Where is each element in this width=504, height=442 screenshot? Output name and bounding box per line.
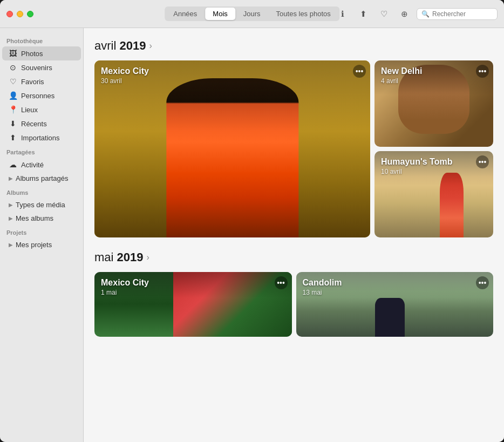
tab-toutes[interactable]: Toutes les photos bbox=[269, 8, 338, 20]
photo-humayun-tomb[interactable]: Humayun's Tomb 10 avril ••• bbox=[374, 151, 493, 237]
share-button[interactable]: ⬆ bbox=[355, 6, 371, 22]
sidebar-item-favoris-label: Favoris bbox=[21, 78, 44, 86]
photo-grid-avril: Mexico City 30 avril ••• New Delhi bbox=[94, 60, 493, 237]
search-bar[interactable]: 🔍 bbox=[417, 8, 498, 20]
photo-label-mexico-april: Mexico City 30 avril bbox=[101, 66, 149, 85]
sidebar-item-recents-label: Récents bbox=[21, 120, 47, 128]
sidebar-item-mes-projets-label: Mes projets bbox=[16, 241, 52, 249]
titlebar: Années Mois Jours Toutes les photos ℹ ⬆ … bbox=[0, 0, 504, 28]
photo-more-button-mexico-may[interactable]: ••• bbox=[275, 276, 288, 289]
photo-label-new-delhi: New Delhi 4 avril bbox=[381, 66, 422, 85]
app-window: Années Mois Jours Toutes les photos ℹ ⬆ … bbox=[0, 0, 504, 442]
sidebar-item-mes-projets[interactable]: ▶ Mes projets bbox=[2, 238, 81, 251]
toolbar-right: ℹ ⬆ ♡ ⊕ 🔍 bbox=[335, 6, 498, 22]
sidebar-item-lieux[interactable]: 📍 Lieux bbox=[2, 103, 81, 117]
tab-annees[interactable]: Années bbox=[166, 8, 205, 20]
traffic-lights bbox=[6, 11, 33, 17]
sidebar-item-albums-partages[interactable]: ▶ Albums partagés bbox=[2, 172, 81, 185]
photo-title-new-delhi: New Delhi bbox=[381, 66, 422, 76]
sidebar-item-lieux-label: Lieux bbox=[21, 106, 38, 114]
photo-new-delhi[interactable]: New Delhi 4 avril ••• bbox=[374, 60, 493, 147]
photo-date-mexico-may: 1 mai bbox=[101, 289, 149, 296]
types-media-arrow-icon: ▶ bbox=[9, 202, 13, 208]
photo-overlay bbox=[94, 60, 370, 237]
photo-title-humayun: Humayun's Tomb bbox=[381, 157, 452, 167]
sidebar-item-albums-partages-label: Albums partagés bbox=[16, 174, 69, 182]
section-albums-label: Albums bbox=[0, 185, 83, 198]
month-arrow-avril[interactable]: › bbox=[149, 41, 152, 51]
sidebar-item-photos-label: Photos bbox=[21, 50, 43, 58]
activite-icon: ☁ bbox=[9, 160, 17, 169]
photo-candolim[interactable]: Candolim 13 mai ••• bbox=[296, 272, 494, 337]
month-header-mai: mai 2019 › bbox=[94, 250, 493, 264]
month-title-avril: avril 2019 bbox=[94, 39, 146, 53]
photo-title-mexico-may: Mexico City bbox=[101, 277, 149, 288]
month-header-avril: avril 2019 › bbox=[94, 39, 493, 53]
sidebar: Photothèque 🖼 Photos ⊙ Souvenirs ♡ Favor… bbox=[0, 28, 84, 442]
mes-albums-arrow-icon: ▶ bbox=[9, 215, 13, 221]
sidebar-item-activite[interactable]: ☁ Activité bbox=[2, 158, 81, 172]
souvenirs-icon: ⊙ bbox=[9, 63, 17, 72]
month-year-avril: 2019 bbox=[119, 39, 146, 52]
favoris-icon: ♡ bbox=[9, 77, 17, 86]
photo-mexico-city-april[interactable]: Mexico City 30 avril ••• bbox=[94, 60, 370, 237]
photo-more-button-humayun[interactable]: ••• bbox=[476, 155, 489, 168]
photo-grid-mai: Mexico City 1 mai ••• Candolim 1 bbox=[94, 272, 493, 337]
sidebar-item-personnes[interactable]: 👤 Personnes bbox=[2, 89, 81, 103]
photo-date-candolim: 13 mai bbox=[303, 289, 342, 296]
photo-title-candolim: Candolim bbox=[303, 277, 342, 288]
photo-date-new-delhi: 4 avril bbox=[381, 77, 422, 85]
photo-date-humayun: 10 avril bbox=[381, 168, 452, 175]
sidebar-item-souvenirs[interactable]: ⊙ Souvenirs bbox=[2, 60, 81, 74]
sidebar-item-mes-albums[interactable]: ▶ Mes albums bbox=[2, 212, 81, 225]
month-arrow-mai[interactable]: › bbox=[147, 253, 149, 262]
content-area: avril 2019 › Mexico City bbox=[84, 28, 504, 442]
sidebar-item-types-media[interactable]: ▶ Types de média bbox=[2, 198, 81, 212]
photo-mexico-city-may[interactable]: Mexico City 1 mai ••• bbox=[94, 272, 292, 337]
month-name-avril: avril bbox=[94, 39, 116, 52]
photo-date-mexico-april: 30 avril bbox=[101, 77, 149, 85]
personnes-icon: 👤 bbox=[9, 91, 17, 100]
photo-label-candolim: Candolim 13 mai bbox=[303, 277, 342, 296]
photo-label-humayun: Humayun's Tomb 10 avril bbox=[381, 157, 452, 175]
month-avril-2019: avril 2019 › Mexico City bbox=[94, 39, 493, 237]
photo-label-mexico-may: Mexico City 1 mai bbox=[101, 277, 149, 296]
search-input[interactable] bbox=[432, 10, 497, 18]
maximize-button[interactable] bbox=[27, 11, 33, 17]
month-year-mai: 2019 bbox=[117, 250, 144, 264]
photo-more-button-new-delhi[interactable]: ••• bbox=[476, 65, 489, 78]
sidebar-item-types-media-label: Types de média bbox=[16, 201, 65, 209]
photo-more-button-mexico-april[interactable]: ••• bbox=[353, 65, 366, 78]
tab-jours[interactable]: Jours bbox=[236, 8, 268, 20]
sidebar-item-importations[interactable]: ⬆ Importations bbox=[2, 131, 81, 145]
month-mai-2019: mai 2019 › Mexico City 1 mai bbox=[94, 250, 493, 337]
section-projets-label: Projets bbox=[0, 225, 83, 238]
sidebar-item-mes-albums-label: Mes albums bbox=[16, 214, 53, 222]
albums-partages-arrow-icon: ▶ bbox=[9, 175, 13, 181]
minimize-button[interactable] bbox=[17, 11, 23, 17]
importations-icon: ⬆ bbox=[9, 133, 17, 142]
sidebar-item-activite-label: Activité bbox=[21, 161, 44, 169]
section-partagees-label: Partagées bbox=[0, 145, 83, 158]
photo-title-mexico-april: Mexico City bbox=[101, 66, 149, 76]
heart-button[interactable]: ♡ bbox=[376, 6, 392, 22]
sidebar-item-personnes-label: Personnes bbox=[21, 92, 55, 100]
lock-button[interactable]: ⊕ bbox=[396, 6, 412, 22]
view-tab-group: Années Mois Jours Toutes les photos bbox=[165, 6, 339, 21]
sidebar-item-favoris[interactable]: ♡ Favoris bbox=[2, 74, 81, 89]
photo-more-button-candolim[interactable]: ••• bbox=[476, 276, 489, 289]
sidebar-item-souvenirs-label: Souvenirs bbox=[21, 64, 52, 72]
main-layout: Photothèque 🖼 Photos ⊙ Souvenirs ♡ Favor… bbox=[0, 28, 504, 442]
search-icon: 🔍 bbox=[421, 10, 430, 18]
sidebar-item-importations-label: Importations bbox=[21, 134, 60, 142]
toolbar-center: Années Mois Jours Toutes les photos bbox=[165, 6, 339, 21]
lieux-icon: 📍 bbox=[9, 105, 17, 114]
section-bibliotheque-label: Photothèque bbox=[0, 33, 83, 46]
tab-mois[interactable]: Mois bbox=[205, 8, 235, 20]
sidebar-item-photos[interactable]: 🖼 Photos bbox=[2, 46, 81, 60]
month-title-mai: mai 2019 bbox=[94, 250, 144, 264]
close-button[interactable] bbox=[6, 11, 13, 17]
sidebar-item-recents[interactable]: ⬇ Récents bbox=[2, 117, 81, 131]
month-name-mai: mai bbox=[94, 250, 113, 264]
mes-projets-arrow-icon: ▶ bbox=[9, 242, 13, 248]
